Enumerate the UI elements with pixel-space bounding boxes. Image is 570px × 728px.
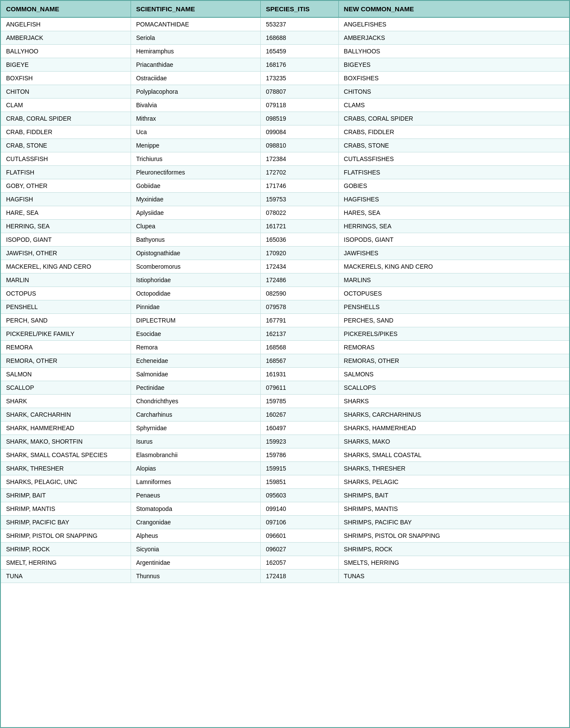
table-cell: Trichiurus <box>131 152 260 166</box>
table-cell: DIPLECTRUM <box>131 314 260 327</box>
table-cell: Stomatopoda <box>131 502 260 516</box>
table-cell: 160267 <box>260 408 338 422</box>
table-cell: SHRIMP, PISTOL OR SNAPPING <box>1 529 131 543</box>
table-row: SHRIMP, ROCKSicyonia096027SHRIMPS, ROCK <box>1 543 569 556</box>
table-cell: ISOPODS, GIANT <box>338 233 569 247</box>
table-cell: REMORA, OTHER <box>1 354 131 368</box>
table-cell: SHARKS <box>338 395 569 408</box>
table-cell: SALMON <box>1 368 131 381</box>
table-cell: MACKERELS, KING AND CERO <box>338 260 569 273</box>
table-cell: CRABS, FIDDLER <box>338 125 569 139</box>
table-row: CHITONPolyplacophora078807CHITONS <box>1 85 569 99</box>
table-row: PENSHELLPinnidae079578PENSHELLS <box>1 300 569 314</box>
table-row: MACKEREL, KING AND CEROScomberomorus1724… <box>1 260 569 273</box>
table-cell: JAWFISH, OTHER <box>1 247 131 260</box>
table-cell: BALLYHOO <box>1 45 131 58</box>
table-cell: GOBIES <box>338 179 569 193</box>
table-row: PICKEREL/PIKE FAMILYEsocidae162137PICKER… <box>1 327 569 341</box>
table-cell: 078022 <box>260 206 338 220</box>
table-cell: POMACANTHIDAE <box>131 17 260 31</box>
table-cell: CRABS, CORAL SPIDER <box>338 112 569 125</box>
table-cell: 159915 <box>260 462 338 475</box>
table-row: MARLINIstiophoridae172486MARLINS <box>1 273 569 287</box>
table-row: SCALLOPPectinidae079611SCALLOPS <box>1 381 569 395</box>
table-cell: AMBERJACK <box>1 31 131 45</box>
table-cell: 098810 <box>260 139 338 152</box>
table-cell: Clupea <box>131 220 260 233</box>
table-cell: Elasmobranchii <box>131 448 260 462</box>
table-cell: CLAM <box>1 99 131 112</box>
table-row: BOXFISHOstraciidae173235BOXFISHES <box>1 72 569 85</box>
table-cell: PERCHES, SAND <box>338 314 569 327</box>
table-cell: 096027 <box>260 543 338 556</box>
table-cell: SHARK <box>1 395 131 408</box>
table-cell: HARE, SEA <box>1 206 131 220</box>
table-cell: CRAB, CORAL SPIDER <box>1 112 131 125</box>
table-cell: 079611 <box>260 381 338 395</box>
table-cell: Bathyonus <box>131 233 260 247</box>
table-cell: SHRIMPS, BAIT <box>338 489 569 502</box>
table-cell: 099140 <box>260 502 338 516</box>
table-row: ANGELFISHPOMACANTHIDAE553237ANGELFISHES <box>1 17 569 31</box>
table-cell: CRABS, STONE <box>338 139 569 152</box>
table-row: SHARK, MAKO, SHORTFINIsurus159923SHARKS,… <box>1 435 569 448</box>
header-scientific-name[interactable]: SCIENTIFIC_NAME <box>131 1 260 17</box>
table-cell: Istiophoridae <box>131 273 260 287</box>
table-cell: Pleuronectiformes <box>131 166 260 179</box>
table-cell: SHARK, HAMMERHEAD <box>1 422 131 435</box>
table-row: SHARKS, PELAGIC, UNCLamniformes159851SHA… <box>1 475 569 489</box>
table-row: CRAB, STONEMenippe098810CRABS, STONE <box>1 139 569 152</box>
table-cell: Bivalvia <box>131 99 260 112</box>
table-cell: 099084 <box>260 125 338 139</box>
table-cell: REMORA <box>1 341 131 354</box>
table-cell: 172384 <box>260 152 338 166</box>
table-cell: PICKERELS/PIKES <box>338 327 569 341</box>
table-row: BALLYHOOHemiramphus165459BALLYHOOS <box>1 45 569 58</box>
table-cell: BIGEYE <box>1 58 131 72</box>
table-cell: ANGELFISHES <box>338 17 569 31</box>
table-cell: Polyplacophora <box>131 85 260 99</box>
table-cell: Uca <box>131 125 260 139</box>
table-cell: 098519 <box>260 112 338 125</box>
table-cell: SHARK, SMALL COASTAL SPECIES <box>1 448 131 462</box>
table-cell: Pinnidae <box>131 300 260 314</box>
table-cell: 097106 <box>260 516 338 529</box>
table-cell: SHRIMP, PACIFIC BAY <box>1 516 131 529</box>
table-cell: 159753 <box>260 193 338 206</box>
table-row: CRAB, CORAL SPIDERMithrax098519CRABS, CO… <box>1 112 569 125</box>
table-cell: 162137 <box>260 327 338 341</box>
table-cell: FLATFISHES <box>338 166 569 179</box>
table-cell: PENSHELL <box>1 300 131 314</box>
table-cell: Menippe <box>131 139 260 152</box>
table-cell: MACKEREL, KING AND CERO <box>1 260 131 273</box>
header-species-itis[interactable]: SPECIES_ITIS <box>260 1 338 17</box>
table-cell: SHARKS, PELAGIC <box>338 475 569 489</box>
table-cell: Myxinidae <box>131 193 260 206</box>
table-row: SHRIMP, PISTOL OR SNAPPINGAlpheus096601S… <box>1 529 569 543</box>
table-cell: AMBERJACKS <box>338 31 569 45</box>
table-row: SALMONSalmonidae161931SALMONS <box>1 368 569 381</box>
table-cell: 159923 <box>260 435 338 448</box>
table-cell: CLAMS <box>338 99 569 112</box>
table-cell: Thunnus <box>131 570 260 583</box>
table-cell: Alopias <box>131 462 260 475</box>
table-cell: PICKEREL/PIKE FAMILY <box>1 327 131 341</box>
table-cell: 172434 <box>260 260 338 273</box>
table-cell: Isurus <box>131 435 260 448</box>
table-cell: JAWFISHES <box>338 247 569 260</box>
header-new-common-name[interactable]: NEW COMMON_NAME <box>338 1 569 17</box>
table-cell: SHRIMP, MANTIS <box>1 502 131 516</box>
table-cell: 079118 <box>260 99 338 112</box>
table-cell: SHARK, MAKO, SHORTFIN <box>1 435 131 448</box>
table-cell: Alpheus <box>131 529 260 543</box>
table-cell: REMORAS, OTHER <box>338 354 569 368</box>
header-common-name[interactable]: COMMON_NAME <box>1 1 131 17</box>
table-cell: 159785 <box>260 395 338 408</box>
table-cell: Sicyonia <box>131 543 260 556</box>
table-cell: Hemiramphus <box>131 45 260 58</box>
table-cell: 168568 <box>260 341 338 354</box>
table-cell: 172418 <box>260 570 338 583</box>
table-row: SHRIMP, BAITPenaeus095603SHRIMPS, BAIT <box>1 489 569 502</box>
table-cell: CHITON <box>1 85 131 99</box>
table-row: SHARK, HAMMERHEADSphyrnidae160497SHARKS,… <box>1 422 569 435</box>
